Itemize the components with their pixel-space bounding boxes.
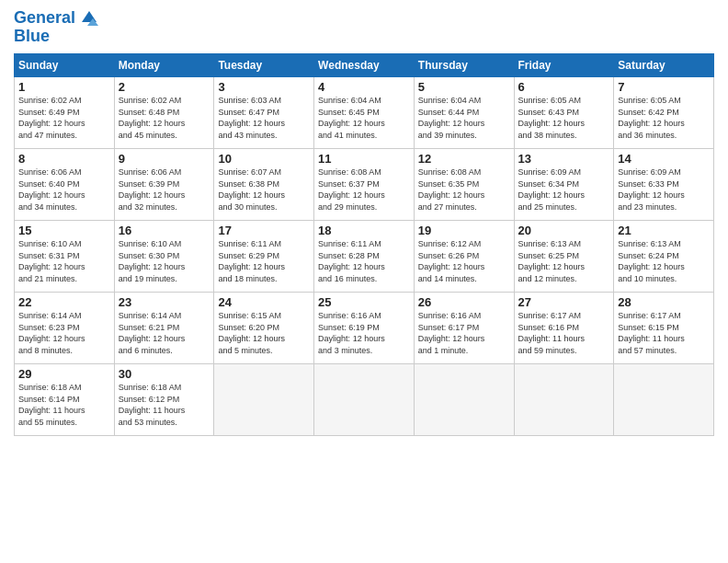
day-info: Sunrise: 6:14 AM Sunset: 6:23 PM Dayligh… bbox=[18, 310, 110, 356]
day-header: Thursday bbox=[414, 54, 514, 77]
day-number: 25 bbox=[318, 295, 410, 309]
calendar-week-row: 8Sunrise: 6:06 AM Sunset: 6:40 PM Daylig… bbox=[15, 149, 714, 221]
calendar-cell: 3Sunrise: 6:03 AM Sunset: 6:47 PM Daylig… bbox=[214, 77, 314, 149]
calendar-cell: 4Sunrise: 6:04 AM Sunset: 6:45 PM Daylig… bbox=[314, 77, 415, 149]
calendar-cell: 13Sunrise: 6:09 AM Sunset: 6:34 PM Dayli… bbox=[514, 149, 614, 221]
day-info: Sunrise: 6:07 AM Sunset: 6:38 PM Dayligh… bbox=[218, 167, 310, 213]
day-number: 10 bbox=[218, 152, 310, 166]
calendar-week-row: 22Sunrise: 6:14 AM Sunset: 6:23 PM Dayli… bbox=[15, 293, 714, 364]
calendar-cell: 5Sunrise: 6:04 AM Sunset: 6:44 PM Daylig… bbox=[414, 77, 514, 149]
calendar-cell: 22Sunrise: 6:14 AM Sunset: 6:23 PM Dayli… bbox=[15, 293, 115, 364]
day-info: Sunrise: 6:09 AM Sunset: 6:34 PM Dayligh… bbox=[518, 167, 610, 213]
day-number: 13 bbox=[518, 152, 610, 166]
day-info: Sunrise: 6:02 AM Sunset: 6:48 PM Dayligh… bbox=[119, 95, 210, 141]
day-info: Sunrise: 6:04 AM Sunset: 6:44 PM Dayligh… bbox=[418, 95, 510, 141]
day-number: 16 bbox=[119, 224, 210, 237]
day-info: Sunrise: 6:16 AM Sunset: 6:17 PM Dayligh… bbox=[418, 310, 510, 356]
calendar-cell: 27Sunrise: 6:17 AM Sunset: 6:16 PM Dayli… bbox=[514, 293, 614, 364]
calendar-cell: 6Sunrise: 6:05 AM Sunset: 6:43 PM Daylig… bbox=[514, 77, 614, 149]
day-info: Sunrise: 6:18 AM Sunset: 6:14 PM Dayligh… bbox=[18, 382, 110, 428]
day-number: 18 bbox=[318, 224, 410, 237]
calendar-cell bbox=[314, 364, 415, 436]
day-number: 20 bbox=[518, 224, 610, 237]
day-info: Sunrise: 6:17 AM Sunset: 6:16 PM Dayligh… bbox=[518, 310, 610, 356]
day-info: Sunrise: 6:13 AM Sunset: 6:24 PM Dayligh… bbox=[618, 238, 710, 284]
calendar-cell bbox=[214, 364, 314, 436]
calendar-cell: 21Sunrise: 6:13 AM Sunset: 6:24 PM Dayli… bbox=[614, 221, 714, 293]
calendar-cell: 10Sunrise: 6:07 AM Sunset: 6:38 PM Dayli… bbox=[214, 149, 314, 221]
day-info: Sunrise: 6:05 AM Sunset: 6:42 PM Dayligh… bbox=[618, 95, 710, 141]
calendar-cell: 11Sunrise: 6:08 AM Sunset: 6:37 PM Dayli… bbox=[314, 149, 415, 221]
day-number: 14 bbox=[618, 152, 710, 166]
day-info: Sunrise: 6:05 AM Sunset: 6:43 PM Dayligh… bbox=[518, 95, 610, 141]
day-number: 8 bbox=[18, 152, 110, 166]
day-number: 23 bbox=[119, 295, 210, 309]
logo: General Blue bbox=[14, 9, 98, 46]
day-info: Sunrise: 6:11 AM Sunset: 6:28 PM Dayligh… bbox=[318, 238, 410, 284]
day-number: 21 bbox=[618, 224, 710, 237]
logo-line1: General bbox=[14, 9, 98, 28]
page-header: General Blue bbox=[14, 9, 714, 46]
calendar-cell: 25Sunrise: 6:16 AM Sunset: 6:19 PM Dayli… bbox=[314, 293, 415, 364]
calendar-cell: 26Sunrise: 6:16 AM Sunset: 6:17 PM Dayli… bbox=[414, 293, 514, 364]
day-number: 28 bbox=[618, 295, 710, 309]
day-number: 12 bbox=[418, 152, 510, 166]
day-number: 11 bbox=[318, 152, 410, 166]
logo-line2: Blue bbox=[14, 28, 98, 46]
day-number: 6 bbox=[518, 80, 610, 94]
day-number: 15 bbox=[18, 224, 110, 237]
day-header: Sunday bbox=[15, 54, 115, 77]
calendar-cell: 15Sunrise: 6:10 AM Sunset: 6:31 PM Dayli… bbox=[15, 221, 115, 293]
day-info: Sunrise: 6:15 AM Sunset: 6:20 PM Dayligh… bbox=[218, 310, 310, 356]
day-info: Sunrise: 6:17 AM Sunset: 6:15 PM Dayligh… bbox=[618, 310, 710, 356]
day-info: Sunrise: 6:12 AM Sunset: 6:26 PM Dayligh… bbox=[418, 238, 510, 284]
day-number: 22 bbox=[18, 295, 110, 309]
calendar-cell: 30Sunrise: 6:18 AM Sunset: 6:12 PM Dayli… bbox=[114, 364, 214, 436]
day-number: 26 bbox=[418, 295, 510, 309]
calendar-cell: 9Sunrise: 6:06 AM Sunset: 6:39 PM Daylig… bbox=[114, 149, 214, 221]
calendar-cell: 18Sunrise: 6:11 AM Sunset: 6:28 PM Dayli… bbox=[314, 221, 415, 293]
day-info: Sunrise: 6:13 AM Sunset: 6:25 PM Dayligh… bbox=[518, 238, 610, 284]
calendar-cell: 23Sunrise: 6:14 AM Sunset: 6:21 PM Dayli… bbox=[114, 293, 214, 364]
calendar-cell: 28Sunrise: 6:17 AM Sunset: 6:15 PM Dayli… bbox=[614, 293, 714, 364]
day-header: Saturday bbox=[614, 54, 714, 77]
calendar-cell: 17Sunrise: 6:11 AM Sunset: 6:29 PM Dayli… bbox=[214, 221, 314, 293]
calendar-cell: 16Sunrise: 6:10 AM Sunset: 6:30 PM Dayli… bbox=[114, 221, 214, 293]
day-number: 9 bbox=[119, 152, 210, 166]
day-info: Sunrise: 6:10 AM Sunset: 6:31 PM Dayligh… bbox=[18, 238, 110, 284]
day-header: Wednesday bbox=[314, 54, 415, 77]
day-info: Sunrise: 6:06 AM Sunset: 6:39 PM Dayligh… bbox=[119, 167, 210, 213]
calendar-table: SundayMondayTuesdayWednesdayThursdayFrid… bbox=[14, 53, 714, 436]
day-number: 17 bbox=[218, 224, 310, 237]
calendar-header-row: SundayMondayTuesdayWednesdayThursdayFrid… bbox=[15, 54, 714, 77]
calendar-cell: 19Sunrise: 6:12 AM Sunset: 6:26 PM Dayli… bbox=[414, 221, 514, 293]
day-number: 30 bbox=[119, 367, 210, 381]
day-number: 24 bbox=[218, 295, 310, 309]
day-number: 4 bbox=[318, 80, 410, 94]
day-info: Sunrise: 6:14 AM Sunset: 6:21 PM Dayligh… bbox=[119, 310, 210, 356]
calendar-cell: 20Sunrise: 6:13 AM Sunset: 6:25 PM Dayli… bbox=[514, 221, 614, 293]
calendar-week-row: 29Sunrise: 6:18 AM Sunset: 6:14 PM Dayli… bbox=[15, 364, 714, 436]
day-number: 5 bbox=[418, 80, 510, 94]
day-info: Sunrise: 6:18 AM Sunset: 6:12 PM Dayligh… bbox=[119, 382, 210, 428]
day-info: Sunrise: 6:09 AM Sunset: 6:33 PM Dayligh… bbox=[618, 167, 710, 213]
page-container: General Blue SundayMondayTuesdayWednesda… bbox=[0, 0, 728, 445]
calendar-cell: 29Sunrise: 6:18 AM Sunset: 6:14 PM Dayli… bbox=[15, 364, 115, 436]
day-info: Sunrise: 6:02 AM Sunset: 6:49 PM Dayligh… bbox=[18, 95, 110, 141]
calendar-week-row: 15Sunrise: 6:10 AM Sunset: 6:31 PM Dayli… bbox=[15, 221, 714, 293]
day-number: 1 bbox=[18, 80, 110, 94]
calendar-cell bbox=[414, 364, 514, 436]
day-info: Sunrise: 6:11 AM Sunset: 6:29 PM Dayligh… bbox=[218, 238, 310, 284]
day-info: Sunrise: 6:06 AM Sunset: 6:40 PM Dayligh… bbox=[18, 167, 110, 213]
day-number: 29 bbox=[18, 367, 110, 381]
day-header: Friday bbox=[514, 54, 614, 77]
day-info: Sunrise: 6:03 AM Sunset: 6:47 PM Dayligh… bbox=[218, 95, 310, 141]
day-info: Sunrise: 6:08 AM Sunset: 6:37 PM Dayligh… bbox=[318, 167, 410, 213]
calendar-cell: 24Sunrise: 6:15 AM Sunset: 6:20 PM Dayli… bbox=[214, 293, 314, 364]
calendar-body: 1Sunrise: 6:02 AM Sunset: 6:49 PM Daylig… bbox=[15, 77, 714, 436]
day-number: 19 bbox=[418, 224, 510, 237]
day-number: 3 bbox=[218, 80, 310, 94]
calendar-cell: 2Sunrise: 6:02 AM Sunset: 6:48 PM Daylig… bbox=[114, 77, 214, 149]
day-info: Sunrise: 6:08 AM Sunset: 6:35 PM Dayligh… bbox=[418, 167, 510, 213]
calendar-cell: 12Sunrise: 6:08 AM Sunset: 6:35 PM Dayli… bbox=[414, 149, 514, 221]
